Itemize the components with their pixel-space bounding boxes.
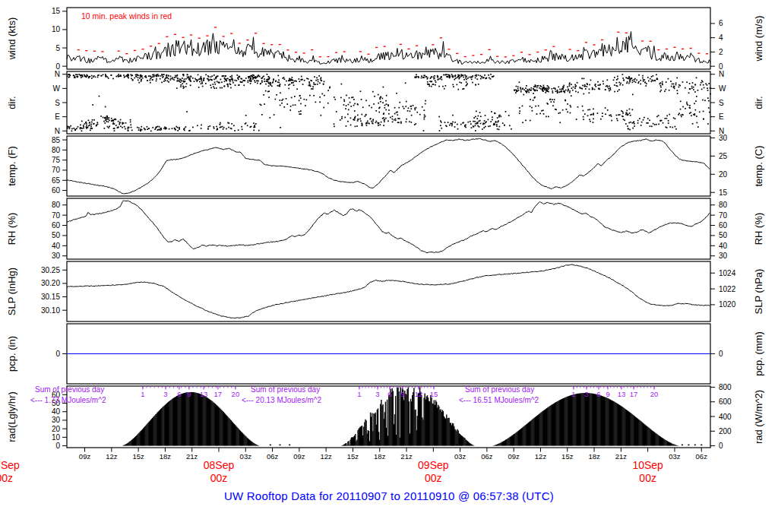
wind-dir-dot xyxy=(672,84,673,85)
wind-dir-dot xyxy=(220,124,221,125)
wind-dir-dot xyxy=(559,112,561,114)
wind-dir-dot xyxy=(201,83,202,84)
y-tick-label: 0 xyxy=(55,442,60,450)
wind-dir-dot xyxy=(640,84,641,85)
wind-dir-dot xyxy=(522,88,523,90)
wind-dir-dot xyxy=(305,105,306,106)
wind-dir-dot xyxy=(681,116,682,118)
peak-wind-mark xyxy=(569,49,571,49)
wind-dir-dot xyxy=(573,87,574,88)
wind-dir-dot xyxy=(266,81,267,82)
wind-dir-dot xyxy=(693,87,694,88)
wind-dir-dot xyxy=(438,86,440,87)
wind-dir-dot xyxy=(157,126,159,128)
wind-dir-dot xyxy=(210,76,212,78)
peak-wind-mark xyxy=(407,49,410,49)
wind-dir-dot xyxy=(582,85,584,87)
x-tick-label: 03z xyxy=(454,452,466,461)
wind-dir-dot xyxy=(647,122,649,124)
wind-dir-dot xyxy=(318,79,319,81)
wind-dir-dot xyxy=(277,85,279,87)
wind-dir-dot xyxy=(632,94,634,96)
wind-dir-dot xyxy=(577,92,579,93)
wind-dir-dot xyxy=(119,75,120,77)
wind-dir-dot xyxy=(454,79,455,81)
wind-dir-dot xyxy=(314,76,315,78)
wind-dir-dot xyxy=(394,107,396,109)
wind-dir-dot xyxy=(268,76,270,78)
wind-dir-dot xyxy=(158,129,160,131)
wind-dir-dot xyxy=(480,123,482,125)
peak-wind-mark xyxy=(255,33,257,33)
hour-ruler-label: 15 xyxy=(430,390,438,398)
wind-dir-dot xyxy=(577,82,578,84)
wind-dir-dot xyxy=(435,80,436,81)
wind-dir-dot xyxy=(634,79,635,81)
axis-title-right: pcp. (mm) xyxy=(753,331,764,376)
wind-dir-dot xyxy=(355,126,356,128)
wind-dir-dot xyxy=(92,119,93,121)
wind-dir-dot xyxy=(93,123,94,125)
wind-dir-dot xyxy=(278,79,280,81)
wind-dir-dot xyxy=(324,81,325,83)
wind-dir-dot xyxy=(90,130,91,131)
wind-dir-dot xyxy=(77,126,79,128)
wind-dir-dot xyxy=(327,103,329,104)
wind-dir-dot xyxy=(467,122,469,123)
wind-dir-dot xyxy=(609,90,610,92)
wind-dir-dot xyxy=(696,78,697,79)
wind-dir-dot xyxy=(378,103,379,104)
y-tick-label: 0 xyxy=(55,62,60,71)
wind-dir-dot xyxy=(553,101,555,103)
wind-dir-dot xyxy=(551,101,552,103)
date-label: 00z xyxy=(0,472,13,484)
wind-dir-dot xyxy=(194,78,196,80)
wind-dir-dot xyxy=(111,74,112,76)
y-tick-label: 1024 xyxy=(719,269,736,277)
wind-dir-dot xyxy=(347,121,349,122)
wind-dir-dot xyxy=(629,77,631,78)
hour-ruler-label: 12 xyxy=(415,390,423,398)
wind-dir-dot xyxy=(490,78,492,80)
wind-dir-dot xyxy=(483,77,485,78)
hour-ruler-label: 20 xyxy=(232,390,240,398)
radiation-sum-label: Sum of previous day xyxy=(35,385,104,394)
wind-dir-dot xyxy=(525,87,527,89)
wind-dir-dot xyxy=(590,80,592,81)
wind-dir-dot xyxy=(118,121,119,122)
wind-dir-dot xyxy=(414,124,416,125)
peak-wind-mark xyxy=(303,52,305,53)
radiation-sum-label: Sum of previous day xyxy=(251,385,320,394)
wind-dir-dot xyxy=(128,78,129,79)
wind-dir-dot xyxy=(255,77,256,78)
wind-dir-dot xyxy=(634,123,635,125)
wind-dir-dot xyxy=(222,126,223,128)
wind-dir-dot xyxy=(361,99,362,100)
wind-dir-dot xyxy=(321,115,322,116)
wind-dir-dot xyxy=(141,76,142,78)
wind-dir-dot xyxy=(522,122,523,123)
y-tick-label: 80 xyxy=(52,201,61,209)
wind-dir-dot xyxy=(176,87,178,89)
wind-dir-dot xyxy=(74,77,75,78)
panel-rad: 01020304050600200400600800rad(Lgly/hr)ra… xyxy=(6,383,764,450)
axis-title-right: wind (m/s) xyxy=(753,16,764,62)
wind-dir-dot xyxy=(656,124,657,125)
wind-dir-dot xyxy=(422,77,424,78)
y-tick-label: 10 xyxy=(52,25,61,33)
wind-dir-dot xyxy=(640,80,641,81)
wind-dir-dot xyxy=(308,81,310,83)
wind-dir-dot xyxy=(354,110,356,112)
wind-dir-dot xyxy=(137,74,138,76)
wind-dir-dot xyxy=(180,86,182,87)
wind-dir-dot xyxy=(480,78,482,80)
wind-dir-dot xyxy=(295,81,296,82)
wind-dir-dot xyxy=(315,84,316,85)
wind-dir-dot xyxy=(441,76,442,78)
wind-dir-dot xyxy=(548,116,549,118)
wind-dir-dot xyxy=(248,77,250,78)
wind-dir-dot xyxy=(192,127,194,128)
wind-dir-dot xyxy=(519,110,520,112)
wind-dir-dot xyxy=(268,97,270,98)
wind-dir-dot xyxy=(131,74,132,75)
